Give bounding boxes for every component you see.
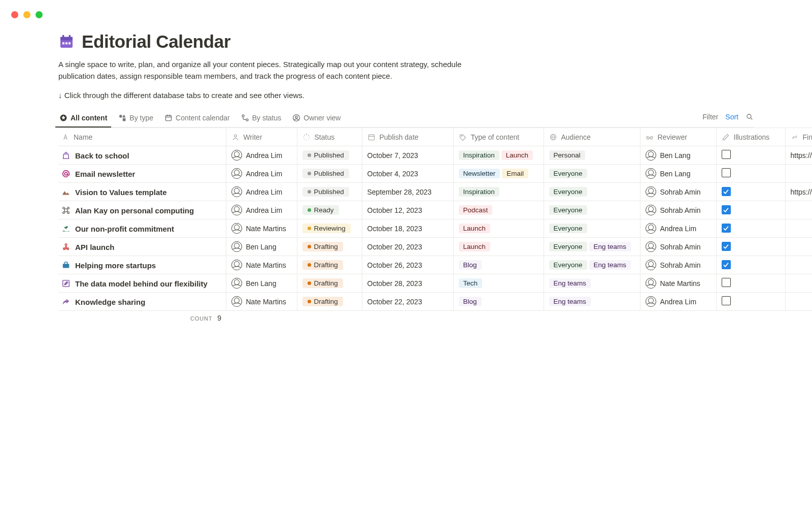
checkbox[interactable]	[722, 242, 731, 251]
type-tag[interactable]: Launch	[501, 150, 533, 160]
cell-reviewer[interactable]: Andrea Lim	[640, 293, 716, 311]
cell-final[interactable]	[785, 293, 812, 311]
cell-status[interactable]: Drafting	[297, 274, 362, 293]
cell-writer[interactable]: Andrea Lim	[226, 165, 297, 183]
audience-tag[interactable]: Everyone	[549, 169, 587, 178]
cell-type[interactable]: Blog	[453, 256, 544, 274]
cell-type[interactable]: NewsletterEmail	[453, 165, 544, 183]
cell-illustrations[interactable]	[716, 293, 785, 311]
cell-illustrations[interactable]	[716, 274, 785, 293]
type-tag[interactable]: Blog	[459, 260, 482, 270]
cell-writer[interactable]: Ben Lang	[226, 274, 297, 293]
cell-type[interactable]: Tech	[453, 274, 544, 293]
search-button[interactable]	[746, 113, 754, 121]
cell-type[interactable]: Inspiration	[453, 183, 544, 201]
cell-date[interactable]: October 18, 2023	[362, 219, 453, 238]
checkbox[interactable]	[722, 187, 731, 196]
audience-tag[interactable]: Eng teams	[549, 278, 591, 288]
cell-final[interactable]	[785, 256, 812, 274]
cell-date[interactable]: October 20, 2023	[362, 238, 453, 256]
cell-final[interactable]	[785, 201, 812, 219]
cell-reviewer[interactable]: Sohrab Amin	[640, 238, 716, 256]
checkbox[interactable]	[722, 150, 731, 159]
column-name[interactable]: Name	[58, 128, 226, 146]
audience-tag[interactable]: Eng teams	[589, 242, 631, 251]
cell-reviewer[interactable]: Andrea Lim	[640, 219, 716, 238]
type-tag[interactable]: Launch	[459, 224, 490, 233]
cell-audience[interactable]: Personal	[544, 146, 640, 165]
table-row[interactable]: Our non-profit commitmentNate MartinsRev…	[58, 219, 812, 238]
column-reviewer[interactable]: Reviewer	[640, 128, 716, 146]
audience-tag[interactable]: Everyone	[549, 260, 587, 270]
cell-status[interactable]: Ready	[297, 201, 362, 219]
type-tag[interactable]: Launch	[459, 242, 490, 251]
cell-status[interactable]: Published	[297, 183, 362, 201]
cell-audience[interactable]: EveryoneEng teams	[544, 256, 640, 274]
table-row[interactable]: API launchBen LangDraftingOctober 20, 20…	[58, 238, 812, 256]
cell-status[interactable]: Drafting	[297, 293, 362, 311]
cell-type[interactable]: InspirationLaunch	[453, 146, 544, 165]
table-row[interactable]: Vision to Values templateAndrea LimPubli…	[58, 183, 812, 201]
cell-final[interactable]: https://w	[785, 146, 812, 165]
cell-type[interactable]: Launch	[453, 219, 544, 238]
column-status[interactable]: Status	[297, 128, 362, 146]
audience-tag[interactable]: Everyone	[549, 224, 587, 233]
audience-tag[interactable]: Everyone	[549, 187, 587, 197]
cell-type[interactable]: Launch	[453, 238, 544, 256]
cell-illustrations[interactable]	[716, 256, 785, 274]
type-tag[interactable]: Podcast	[459, 205, 493, 215]
cell-name[interactable]: Alan Kay on personal computing	[58, 201, 226, 219]
checkbox[interactable]	[722, 296, 731, 305]
cell-date[interactable]: October 4, 2023	[362, 165, 453, 183]
type-tag[interactable]: Tech	[459, 278, 483, 288]
type-tag[interactable]: Newsletter	[459, 169, 500, 178]
cell-status[interactable]: Reviewing	[297, 219, 362, 238]
cell-reviewer[interactable]: Sohrab Amin	[640, 256, 716, 274]
cell-writer[interactable]: Andrea Lim	[226, 183, 297, 201]
column-illustrations[interactable]: Illustrations	[716, 128, 785, 146]
cell-audience[interactable]: Eng teams	[544, 274, 640, 293]
audience-tag[interactable]: Eng teams	[589, 260, 631, 270]
checkbox[interactable]	[722, 168, 731, 177]
cell-name[interactable]: API launch	[58, 238, 226, 256]
cell-writer[interactable]: Andrea Lim	[226, 146, 297, 165]
cell-date[interactable]: October 7, 2023	[362, 146, 453, 165]
column-writer[interactable]: Writer	[226, 128, 297, 146]
tab-all-content[interactable]: All content	[58, 111, 108, 127]
minimize-window-icon[interactable]	[23, 11, 30, 18]
cell-writer[interactable]: Nate Martins	[226, 293, 297, 311]
cell-final[interactable]	[785, 238, 812, 256]
checkbox[interactable]	[722, 278, 731, 287]
cell-audience[interactable]: Everyone	[544, 219, 640, 238]
cell-name[interactable]: Our non-profit commitment	[58, 219, 226, 238]
type-tag[interactable]: Blog	[459, 297, 482, 306]
checkbox[interactable]	[722, 224, 731, 233]
cell-final[interactable]	[785, 165, 812, 183]
close-window-icon[interactable]	[11, 11, 18, 18]
cell-illustrations[interactable]	[716, 219, 785, 238]
table-row[interactable]: The data model behind our flexibilityBen…	[58, 274, 812, 293]
column-type-of-content[interactable]: Type of content	[453, 128, 544, 146]
cell-reviewer[interactable]: Nate Martins	[640, 274, 716, 293]
page-description[interactable]: A single space to write, plan, and organ…	[58, 59, 464, 82]
cell-final[interactable]	[785, 219, 812, 238]
cell-name[interactable]: The data model behind our flexibility	[58, 274, 226, 293]
checkbox[interactable]	[722, 260, 731, 269]
cell-name[interactable]: Knowledge sharing	[58, 293, 226, 311]
cell-audience[interactable]: Everyone	[544, 201, 640, 219]
cell-illustrations[interactable]	[716, 146, 785, 165]
cell-name[interactable]: Vision to Values template	[58, 183, 226, 201]
cell-status[interactable]: Published	[297, 165, 362, 183]
page-title[interactable]: Editorial Calendar	[82, 31, 230, 52]
cell-type[interactable]: Blog	[453, 293, 544, 311]
cell-name[interactable]: Email newsletter	[58, 165, 226, 183]
type-tag[interactable]: Email	[502, 169, 528, 178]
table-row[interactable]: Email newsletterAndrea LimPublishedOctob…	[58, 165, 812, 183]
cell-writer[interactable]: Nate Martins	[226, 219, 297, 238]
type-tag[interactable]: Inspiration	[459, 150, 499, 160]
cell-reviewer[interactable]: Sohrab Amin	[640, 201, 716, 219]
cell-writer[interactable]: Nate Martins	[226, 256, 297, 274]
column-publish-date[interactable]: Publish date	[362, 128, 453, 146]
tab-by-type[interactable]: By type	[117, 111, 154, 127]
cell-status[interactable]: Drafting	[297, 256, 362, 274]
